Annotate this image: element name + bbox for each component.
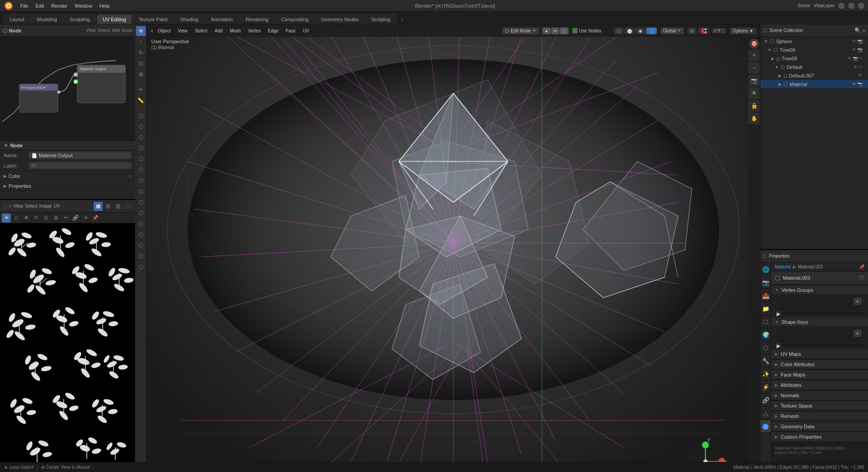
viewport-zoom-in[interactable]: + xyxy=(748,50,760,61)
outliner-menu-btn[interactable]: ≡ xyxy=(863,28,865,33)
uv-view-btn[interactable]: View xyxy=(14,204,23,209)
maximize-button[interactable]: □ xyxy=(848,3,854,9)
vertex-groups-header[interactable]: ▼ Vertex Groups xyxy=(771,286,868,295)
uv-tool-select[interactable]: ▦ xyxy=(94,202,103,211)
tool-extrude[interactable]: ⬡ xyxy=(136,111,146,121)
viewport-select-btn[interactable]: Select xyxy=(192,27,210,34)
material-preview-btn[interactable]: ◉ xyxy=(636,27,645,34)
viewport-pan[interactable]: ✋ xyxy=(748,113,760,124)
uv-select-btn[interactable]: Select xyxy=(25,204,37,209)
tool-shear[interactable]: ⬡ xyxy=(136,262,146,272)
tool-scale[interactable]: ⊡ xyxy=(136,59,146,68)
geometry-data-header[interactable]: ▶ Geometry Data xyxy=(771,422,868,431)
node-editor-menu-btn[interactable]: View xyxy=(86,28,96,33)
outliner-item-default007[interactable]: ▶ △ Default.007 👁 xyxy=(760,71,868,80)
prop-tab-modifier[interactable]: 🔧 xyxy=(760,355,771,368)
sphere-render-btn[interactable]: 📷 xyxy=(857,39,863,44)
node-node-btn[interactable]: Node xyxy=(122,28,132,33)
tab-uv-editing[interactable]: UV Editing xyxy=(97,14,132,24)
attributes-header[interactable]: ▶ Attributes xyxy=(771,381,868,390)
tab-compositing[interactable]: Compositing xyxy=(275,14,314,24)
name-value[interactable]: 📄 Material Output xyxy=(29,152,131,159)
prop-tab-view-layer[interactable]: 📁 xyxy=(760,303,771,315)
menu-file[interactable]: File xyxy=(17,2,32,9)
snap-btn[interactable]: 🧲 xyxy=(698,27,709,34)
add-shape-key-btn[interactable]: + xyxy=(854,330,862,337)
viewport-view-btn[interactable]: View xyxy=(175,27,190,34)
prop-tab-render[interactable]: 📷 xyxy=(760,277,771,289)
tree09-1-vis-btn[interactable]: 👁 xyxy=(852,47,856,52)
tool-knife[interactable]: ⬡ xyxy=(136,165,146,175)
tool-cursor[interactable]: ✛ xyxy=(136,26,146,36)
vertex-select-btn[interactable]: ● xyxy=(542,27,551,34)
tab-sculpting[interactable]: Sculpting xyxy=(64,14,96,24)
tool-shrink-fatten[interactable]: ⬡ xyxy=(136,241,146,250)
minimize-button[interactable]: — xyxy=(838,3,845,9)
prop-tab-object[interactable]: ⬡ xyxy=(760,342,771,354)
uv-scale-tool[interactable]: ⊡ xyxy=(41,213,50,222)
viewport-zoom-out[interactable]: − xyxy=(748,62,760,74)
tab-scripting[interactable]: Scripting xyxy=(365,14,396,24)
viewport-render-preview[interactable]: 👁 xyxy=(748,87,760,99)
tree09-1-render-btn[interactable]: 📷 xyxy=(857,47,863,52)
vg-play-btn[interactable]: ▶ xyxy=(777,311,780,315)
outliner-item-sphere[interactable]: ▼ ⬡ Sphere 👁 📷 xyxy=(760,37,868,45)
outliner-item-tree09-1[interactable]: ▼ ⬡ Tree09 👁 📷 xyxy=(760,45,868,54)
viewport-face-btn[interactable]: Face xyxy=(283,27,298,34)
close-button[interactable]: ✕ xyxy=(858,3,864,9)
rendered-btn[interactable]: 🌐 xyxy=(646,27,657,34)
node-add-btn[interactable]: Add xyxy=(112,28,120,33)
tool-annotate[interactable]: ✏ xyxy=(136,85,146,95)
viewport-camera-view[interactable]: 📷 xyxy=(748,75,760,86)
color-section-header[interactable]: ▶ Color ≡ xyxy=(4,172,131,180)
uv-tool-3[interactable]: ▥ xyxy=(113,202,122,211)
outliner-filter-btn[interactable]: 🔍 xyxy=(854,27,861,33)
blender-logo[interactable] xyxy=(4,1,14,11)
material-render-btn[interactable]: 📷 xyxy=(857,82,863,86)
uv-transform-tool[interactable]: ⊞ xyxy=(51,213,60,222)
uv-pin-tool[interactable]: 📌 xyxy=(91,213,100,222)
use-nodes-toggle[interactable]: Use Nodes xyxy=(572,28,601,33)
uv-cursor-tool[interactable]: ✛ xyxy=(2,213,11,222)
add-vertex-group-btn[interactable]: + xyxy=(854,298,862,305)
prop-tab-object-data[interactable]: △ xyxy=(760,407,771,420)
add-workspace-button[interactable]: + xyxy=(397,15,407,24)
properties-section-header[interactable]: ▶ Properties xyxy=(0,182,135,191)
tab-geometry-nodes[interactable]: Geometry Nodes xyxy=(315,14,364,24)
uv-rotate-tool[interactable]: ↻ xyxy=(32,213,41,222)
outliner-item-tree09-2[interactable]: ▶ △ Tree09 👁 📷 ✏ xyxy=(760,54,868,63)
menu-help[interactable]: Help xyxy=(96,2,113,9)
tool-randomize[interactable]: ⬡ xyxy=(136,219,146,229)
prop-tab-scene2[interactable]: ⬡ xyxy=(760,316,771,328)
material-vis-btn[interactable]: 👁 xyxy=(852,82,856,86)
tab-modeling[interactable]: Modeling xyxy=(31,14,63,24)
wireframe-btn[interactable]: ⬡ xyxy=(614,27,624,34)
viewport-object-btn[interactable]: Object xyxy=(155,27,173,34)
default007-vis-btn[interactable]: 👁 xyxy=(858,73,863,78)
menu-window[interactable]: Window xyxy=(72,2,95,9)
prop-tab-physics[interactable]: ⚡ xyxy=(760,381,771,394)
tool-edge-slide[interactable]: ⬡ xyxy=(136,230,146,240)
viewport-lock[interactable]: 🔒 xyxy=(748,100,760,112)
options-btn[interactable]: Options ▼ xyxy=(730,27,756,34)
tool-rotate[interactable]: ↻ xyxy=(136,48,146,58)
viewport-area[interactable]: Y X Z ≡ Object View Select Add Mesh Vert… xyxy=(147,24,760,462)
viewport-uv-btn[interactable]: UV xyxy=(300,27,312,34)
outliner-item-material[interactable]: ▶ ⬡ Material 👁 📷 xyxy=(760,80,868,88)
edit-mode-select[interactable]: ⬡ Edit Mode ▼ xyxy=(502,27,539,34)
node-select-btn[interactable]: Select xyxy=(98,28,110,33)
sk-play-btn[interactable]: ▶ xyxy=(777,343,780,347)
uv-tool-2[interactable]: ▤ xyxy=(104,202,113,211)
tool-push-pull[interactable]: ⬡ xyxy=(136,251,146,261)
tab-texture-paint[interactable]: Texture Paint xyxy=(133,14,173,24)
sphere-vis-btn[interactable]: 👁 xyxy=(852,39,856,44)
normals-header[interactable]: ▶ Normals xyxy=(771,391,868,400)
uv-image-btn[interactable]: Image xyxy=(39,204,52,209)
pin-btn[interactable]: 📌 xyxy=(859,264,864,269)
tool-transform[interactable]: ⊞ xyxy=(136,69,146,79)
tool-inset[interactable]: ⬡ xyxy=(136,122,146,132)
tab-rendering[interactable]: Rendering xyxy=(240,14,274,24)
tool-poly-build[interactable]: ⬡ xyxy=(136,186,146,196)
viewport-add-btn[interactable]: Add xyxy=(212,27,226,34)
prop-tab-particles[interactable]: ✨ xyxy=(760,368,771,381)
